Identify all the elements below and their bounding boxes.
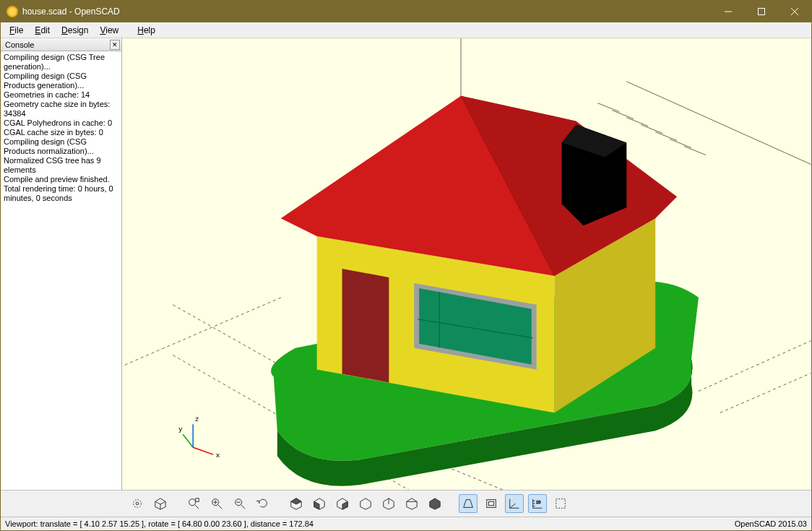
render-icon[interactable] xyxy=(151,494,170,513)
svg-line-47 xyxy=(218,505,222,509)
svg-line-41 xyxy=(160,501,165,504)
svg-text:10: 10 xyxy=(536,500,540,504)
svg-line-51 xyxy=(241,505,245,509)
house xyxy=(281,96,677,413)
view-back-icon[interactable] xyxy=(402,494,421,513)
svg-rect-1 xyxy=(759,9,765,15)
svg-line-16 xyxy=(655,132,677,141)
status-version: OpenSCAD 2015.03 xyxy=(735,519,807,528)
svg-rect-77 xyxy=(556,499,566,509)
title-bar: house.scad - OpenSCAD xyxy=(1,1,811,22)
viewport-3d[interactable]: x y z xyxy=(122,38,811,490)
show-edges-icon[interactable] xyxy=(551,494,570,513)
svg-point-37 xyxy=(134,500,142,508)
svg-line-32 xyxy=(183,434,193,447)
svg-marker-58 xyxy=(342,501,347,509)
console-output[interactable]: Compiling design (CSG Tree generation)..… xyxy=(1,51,121,490)
svg-line-18 xyxy=(684,147,706,155)
zoom-out-icon[interactable] xyxy=(230,494,249,513)
app-icon xyxy=(7,6,18,17)
svg-point-43 xyxy=(189,499,196,506)
view-bottom-icon[interactable] xyxy=(333,494,352,513)
svg-rect-66 xyxy=(487,500,496,508)
console-close-button[interactable]: ✕ xyxy=(110,40,120,50)
svg-line-11 xyxy=(626,82,811,165)
view-front-icon[interactable] xyxy=(379,494,398,513)
svg-point-38 xyxy=(136,502,139,505)
status-bar: Viewport: translate = [ 4.10 2.57 15.25 … xyxy=(1,517,811,530)
svg-line-7 xyxy=(699,341,811,392)
console-header: Console ✕ xyxy=(1,38,121,51)
close-button[interactable] xyxy=(778,1,811,22)
window-title: house.scad - OpenSCAD xyxy=(22,7,712,17)
svg-line-12 xyxy=(597,103,619,112)
menu-view[interactable]: View xyxy=(94,24,124,37)
main-area: Console ✕ Compiling design (CSG Tree gen… xyxy=(1,38,811,490)
preview-icon[interactable] xyxy=(128,494,147,513)
show-axes-icon[interactable] xyxy=(505,494,524,513)
perspective-icon[interactable] xyxy=(459,494,478,513)
orthogonal-icon[interactable] xyxy=(482,494,501,513)
svg-line-13 xyxy=(612,111,634,119)
svg-line-44 xyxy=(195,505,199,509)
svg-line-15 xyxy=(641,125,662,134)
svg-line-14 xyxy=(626,118,648,126)
svg-line-8 xyxy=(720,374,811,413)
menu-design[interactable]: Design xyxy=(56,24,94,37)
view-top-icon[interactable] xyxy=(310,494,329,513)
view-diagonal-icon[interactable] xyxy=(426,494,444,513)
menu-bar: File Edit Design View Help xyxy=(1,22,811,38)
menu-edit[interactable]: Edit xyxy=(29,24,56,37)
svg-marker-54 xyxy=(291,498,301,504)
svg-marker-64 xyxy=(430,498,440,509)
axis-gizmo: x y z xyxy=(178,415,220,459)
reset-view-icon[interactable] xyxy=(254,494,272,513)
svg-rect-67 xyxy=(488,501,493,505)
svg-line-6 xyxy=(123,298,281,366)
svg-marker-24 xyxy=(342,269,389,382)
console-panel: Console ✕ Compiling design (CSG Tree gen… xyxy=(1,38,122,490)
view-right-icon[interactable] xyxy=(287,494,306,513)
zoom-in-icon[interactable] xyxy=(207,494,226,513)
maximize-button[interactable] xyxy=(745,1,778,22)
svg-rect-45 xyxy=(196,498,199,502)
svg-text:x: x xyxy=(216,451,220,459)
svg-line-17 xyxy=(670,139,691,148)
svg-text:y: y xyxy=(178,425,182,433)
svg-marker-65 xyxy=(464,500,473,508)
view-left-icon[interactable] xyxy=(356,494,375,513)
svg-line-9 xyxy=(446,467,526,490)
menu-file[interactable]: File xyxy=(4,24,29,37)
zoom-all-icon[interactable] xyxy=(184,494,203,513)
svg-line-40 xyxy=(155,501,160,504)
svg-line-70 xyxy=(510,504,516,508)
view-toolbar: 10 xyxy=(1,490,811,517)
scene-svg: x y z xyxy=(122,38,811,490)
status-viewport: Viewport: translate = [ 4.10 2.57 15.25 … xyxy=(5,519,735,528)
svg-line-31 xyxy=(193,447,213,454)
console-title: Console xyxy=(5,40,110,49)
svg-marker-59 xyxy=(360,498,371,509)
svg-text:z: z xyxy=(195,415,199,423)
svg-marker-62 xyxy=(407,498,417,509)
minimize-button[interactable] xyxy=(712,1,745,22)
svg-marker-56 xyxy=(314,501,319,509)
show-scale-markers-icon[interactable]: 10 xyxy=(528,494,547,513)
menu-help[interactable]: Help xyxy=(131,24,161,37)
